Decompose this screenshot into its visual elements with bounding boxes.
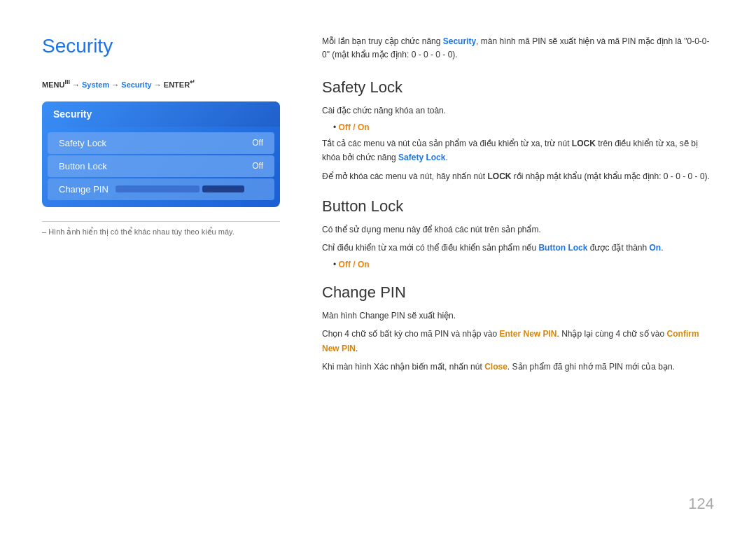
button-lock-section: Button Lock Có thể sử dụng menu này để k… — [322, 197, 714, 269]
change-pin-desc1: Màn hình Change PIN sẽ xuất hiện. — [322, 309, 714, 323]
menu-item-change-pin[interactable]: Change PIN — [48, 178, 274, 200]
safety-lock-bullet: Off / On — [333, 122, 714, 132]
change-pin-dark — [202, 185, 244, 192]
menu-path-system: System — [82, 80, 109, 89]
change-pin-label: Change PIN — [59, 184, 108, 195]
safety-lock-desc1: Cài đặc chức năng khóa an toàn. — [322, 104, 714, 118]
safety-lock-label: Safety Lock — [59, 138, 106, 148]
page-title: Security — [42, 35, 280, 57]
button-lock-title: Button Lock — [322, 197, 714, 216]
menu-box-title: Security — [42, 101, 280, 127]
intro-highlight: Security — [443, 36, 476, 46]
button-lock-desc1: Có thể sử dụng menu này để khoá các nút … — [322, 223, 714, 237]
safety-lock-value: Off — [252, 138, 263, 148]
button-lock-desc2: Chỉ điều khiển từ xa mới có thể điều khi… — [322, 241, 714, 255]
change-pin-title: Change PIN — [322, 283, 714, 302]
menu-path-security: Security — [121, 80, 151, 89]
footnote: – Hình ảnh hiển thị có thể khác nhau tùy… — [42, 227, 280, 237]
right-column: Mỗi lần bạn truy cập chức năng Security,… — [308, 35, 714, 506]
security-menu-box: Security Safety Lock Off Button Lock Off… — [42, 101, 280, 207]
safety-lock-desc3: Để mở khóa các menu và nút, hãy nhấn nút… — [322, 169, 714, 183]
intro-text: Mỗi lần bạn truy cập chức năng Security,… — [322, 35, 714, 62]
button-lock-bullet: Off / On — [333, 260, 714, 269]
safety-lock-desc2: Tắt cả các menu và nút của sản phẩm và đ… — [322, 136, 714, 165]
change-pin-desc3: Khi màn hình Xác nhận biến mất, nhấn nút… — [322, 360, 714, 374]
change-pin-section: Change PIN Màn hình Change PIN sẽ xuất h… — [322, 283, 714, 374]
change-pin-desc2: Chọn 4 chữ số bất kỳ cho mã PIN và nhập … — [322, 327, 714, 356]
menu-item-safety-lock[interactable]: Safety Lock Off — [48, 132, 274, 154]
safety-lock-title: Safety Lock — [322, 78, 714, 97]
menu-path: MENUIII → System → Security → ENTER↵ — [42, 78, 280, 89]
safety-lock-section: Safety Lock Cài đặc chức năng khóa an to… — [322, 78, 714, 183]
left-column: Security MENUIII → System → Security → E… — [42, 35, 308, 506]
change-pin-bar — [115, 185, 200, 192]
page-number: 124 — [688, 495, 714, 513]
menu-item-button-lock[interactable]: Button Lock Off — [48, 155, 274, 177]
divider — [42, 221, 280, 222]
button-lock-label: Button Lock — [59, 161, 107, 171]
button-lock-value: Off — [252, 161, 263, 171]
